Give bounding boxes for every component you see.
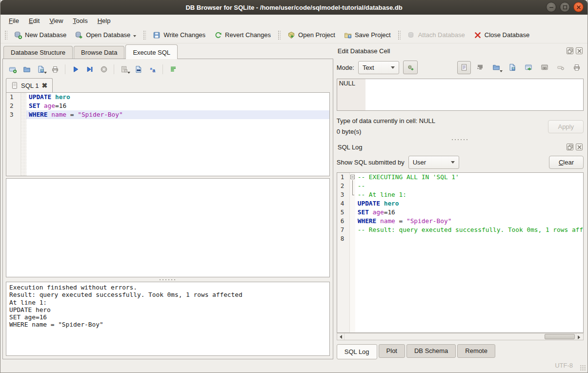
line-number: 6 bbox=[337, 217, 350, 226]
menu-file[interactable]: File bbox=[4, 16, 23, 26]
print-button[interactable] bbox=[48, 63, 61, 76]
execute-all-button[interactable] bbox=[69, 63, 82, 76]
sql-log-controls: Show SQL submitted by User Clear bbox=[337, 153, 584, 171]
close-panel-icon[interactable] bbox=[576, 144, 583, 150]
results-log-splitter[interactable] bbox=[6, 277, 330, 282]
code-line: 2SET age=16 bbox=[6, 102, 329, 110]
cell-word-wrap-button[interactable] bbox=[473, 61, 487, 74]
code-text: SET age=16 bbox=[355, 208, 583, 217]
open-database-dropdown-icon[interactable] bbox=[133, 35, 136, 39]
cell-value: NULL bbox=[339, 80, 355, 87]
export-data-button[interactable] bbox=[506, 61, 519, 74]
clear-button[interactable]: Clear bbox=[549, 156, 584, 169]
code-line: 1-- EXECUTING ALL IN 'SQL 1' bbox=[337, 173, 583, 182]
window-title: DB Browser for SQLite - /home/user/code/… bbox=[185, 4, 402, 11]
splitter-handle-icon bbox=[451, 139, 469, 141]
sql-log-view: 1-- EXECUTING ALL IN 'SQL 1'2--3-- At li… bbox=[337, 172, 584, 333]
tab-database-structure[interactable]: Database Structure bbox=[3, 46, 73, 59]
open-sql-file-icon bbox=[23, 65, 31, 73]
save-sql-file-button[interactable] bbox=[34, 63, 47, 76]
fold-margin bbox=[350, 226, 355, 234]
find-replace-button[interactable] bbox=[132, 63, 145, 76]
fold-margin bbox=[21, 102, 26, 110]
attach-database-label: Attach Database bbox=[418, 31, 465, 39]
menu-tools[interactable]: Tools bbox=[68, 16, 92, 26]
save-project-button[interactable]: Save Project bbox=[340, 29, 395, 41]
sql-document-tab[interactable]: SQL 1 ✖ bbox=[6, 78, 53, 92]
tab-plot[interactable]: Plot bbox=[379, 344, 405, 358]
tab-db-schema[interactable]: DB Schema bbox=[406, 344, 456, 358]
tab-browse-data[interactable]: Browse Data bbox=[74, 46, 124, 59]
submitted-by-select[interactable]: User bbox=[408, 156, 459, 169]
import-data-button[interactable] bbox=[489, 61, 503, 74]
code-text: -- bbox=[355, 182, 583, 190]
line-number: 1 bbox=[6, 93, 21, 102]
new-database-button[interactable]: New Database bbox=[10, 29, 71, 41]
code-filler bbox=[6, 119, 329, 176]
tab-remote[interactable]: Remote bbox=[457, 344, 495, 358]
tab-sql-log[interactable]: SQL Log bbox=[337, 344, 377, 359]
horizontal-scrollbar[interactable] bbox=[337, 333, 584, 340]
open-sql-file-button[interactable] bbox=[20, 63, 33, 76]
open-database-button[interactable]: Open Database bbox=[71, 29, 141, 41]
import-dropdown-icon[interactable] bbox=[500, 70, 503, 74]
close-panel-icon[interactable] bbox=[576, 47, 583, 54]
save-sql-dropdown-icon[interactable] bbox=[44, 72, 47, 75]
tab-execute-sql[interactable]: Execute SQL bbox=[125, 44, 178, 59]
close-sql-tab-icon[interactable]: ✖ bbox=[41, 82, 47, 89]
cell-editor-text-area[interactable] bbox=[365, 79, 583, 110]
save-project-label: Save Project bbox=[355, 31, 391, 39]
toolbar-separator bbox=[162, 64, 163, 74]
line-number: 8 bbox=[337, 234, 350, 243]
cell-print-button[interactable] bbox=[570, 61, 584, 74]
menu-help[interactable]: Help bbox=[93, 16, 115, 26]
scroll-left-icon[interactable] bbox=[337, 333, 345, 340]
open-external-button[interactable] bbox=[522, 61, 535, 74]
toolbar-grip[interactable] bbox=[4, 30, 7, 40]
apply-settings-button[interactable] bbox=[403, 61, 418, 74]
minimize-icon[interactable] bbox=[546, 2, 556, 12]
link-button[interactable] bbox=[538, 61, 551, 74]
format-sql-button[interactable]: aa bbox=[146, 63, 159, 76]
filter-label: Show SQL submitted by bbox=[337, 159, 405, 166]
code-filler bbox=[337, 243, 583, 332]
word-wrap-button[interactable] bbox=[166, 63, 180, 76]
sql-toolbar: aa bbox=[6, 62, 330, 77]
open-tab-icon bbox=[9, 65, 17, 73]
code-line: 2-- bbox=[337, 182, 583, 190]
execute-current-line-button[interactable] bbox=[83, 63, 96, 76]
main-toolbar: New Database Open Database Write Changes… bbox=[0, 27, 588, 43]
scrollbar-thumb[interactable] bbox=[545, 334, 575, 339]
sql-log-header: SQL Log bbox=[337, 142, 584, 152]
format-sql-icon: aa bbox=[149, 65, 157, 73]
resize-grip-icon[interactable] bbox=[580, 365, 586, 371]
cell-log-splitter[interactable] bbox=[337, 137, 584, 142]
revert-changes-button[interactable]: Revert Changes bbox=[210, 29, 275, 41]
titlebar[interactable]: DB Browser for SQLite - /home/user/code/… bbox=[0, 0, 588, 15]
code-text: SET age=16 bbox=[26, 102, 329, 110]
statusbar: UTF-8 bbox=[0, 358, 588, 373]
menu-edit[interactable]: Edit bbox=[24, 16, 44, 26]
write-changes-button[interactable]: Write Changes bbox=[148, 29, 210, 41]
close-icon[interactable] bbox=[573, 2, 584, 12]
maximize-icon[interactable] bbox=[560, 2, 570, 12]
chevron-down-icon bbox=[451, 161, 455, 166]
stop-icon bbox=[100, 65, 108, 73]
close-database-button[interactable]: Close Database bbox=[469, 29, 534, 41]
open-tab-button[interactable] bbox=[6, 63, 19, 76]
bottom-tab-bar: SQL Log Plot DB Schema Remote bbox=[337, 344, 584, 359]
mode-select[interactable]: Text bbox=[358, 61, 399, 74]
fold-margin bbox=[21, 93, 26, 102]
float-panel-icon[interactable] bbox=[567, 144, 573, 150]
scroll-right-icon[interactable] bbox=[576, 333, 583, 340]
fold-margin[interactable] bbox=[350, 173, 355, 182]
cell-editor[interactable]: NULL bbox=[337, 79, 584, 111]
cell-toolbar bbox=[457, 61, 584, 74]
sql-editor[interactable]: 1UPDATE hero2SET age=163WHERE name = "Sp… bbox=[6, 92, 330, 176]
toolbar-separator bbox=[65, 64, 65, 74]
text-mode-button[interactable] bbox=[457, 61, 471, 74]
float-panel-icon[interactable] bbox=[567, 47, 573, 54]
open-project-button[interactable]: Open Project bbox=[283, 29, 340, 41]
code-text: WHERE name = "Spider-Boy" bbox=[355, 217, 583, 226]
menu-view[interactable]: View bbox=[45, 16, 67, 26]
